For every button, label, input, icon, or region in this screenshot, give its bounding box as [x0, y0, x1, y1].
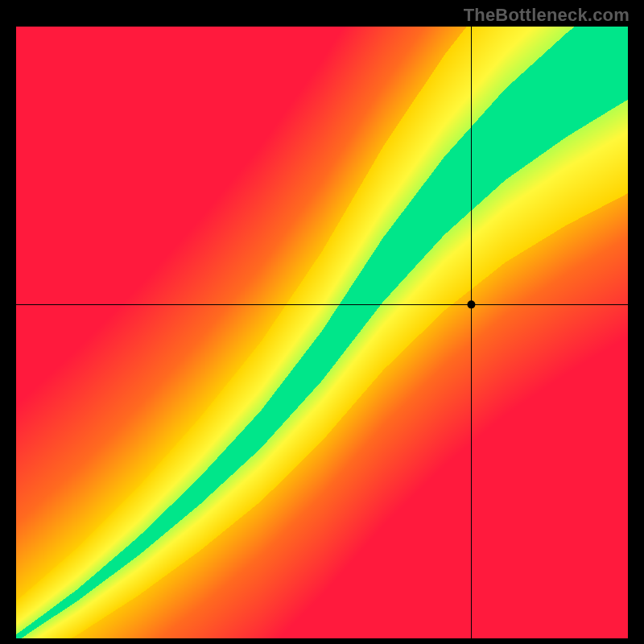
- bottleneck-heatmap: [16, 27, 628, 638]
- watermark-label: TheBottleneck.com: [464, 5, 630, 26]
- chart-frame: TheBottleneck.com: [0, 0, 644, 644]
